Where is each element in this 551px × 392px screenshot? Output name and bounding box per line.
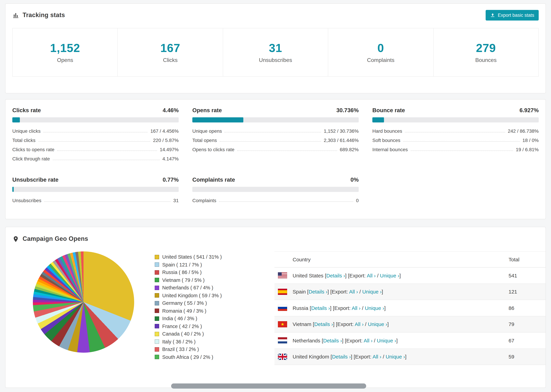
export-all-link[interactable]: All ›: [355, 321, 364, 327]
legend-item: Italy ( 36 / 2% ): [155, 339, 245, 344]
geo-opens-card: Campaign Geo Opens United States ( 541 /…: [5, 227, 546, 388]
export-unique-link[interactable]: Unique ›: [377, 338, 396, 343]
country-cell: Vietnam [Details ›] [Export: All › / Uni…: [293, 321, 389, 327]
export-unique-link[interactable]: Unique ›: [362, 289, 381, 295]
details-link[interactable]: Details ›: [314, 321, 333, 327]
export-icon: [490, 13, 495, 18]
details-link[interactable]: Details ›: [309, 289, 327, 295]
stat-row: Unique clicks167 / 4.456%: [12, 126, 179, 136]
bar-chart-icon: [12, 12, 19, 19]
export-all-link[interactable]: All ›: [352, 305, 360, 311]
legend-label: Romania ( 49 / 3% ): [162, 308, 206, 314]
legend-item: United States ( 541 / 31% ): [155, 254, 245, 260]
stat-row: Complaints0: [192, 196, 359, 205]
details-link[interactable]: Details ›: [326, 273, 345, 279]
stat-row-value: 18 / 0%: [523, 138, 539, 143]
tracking-stats-card: Tracking stats Export basic stats 1,152 …: [5, 3, 546, 93]
stat-row-label: Unique opens: [192, 128, 222, 134]
export-basic-stats-button[interactable]: Export basic stats: [486, 10, 539, 21]
legend-swatch: [155, 255, 159, 259]
bounces-label: Bounces: [475, 57, 497, 63]
stat-row: Opens to clicks rate689.82%: [192, 145, 359, 154]
map-pin-icon: [12, 236, 19, 242]
opens-rate-value: 30.736%: [336, 107, 359, 113]
stat-row: Unique opens1,152 / 30.736%: [192, 126, 359, 136]
stat-row-label: Total clicks: [12, 138, 35, 143]
legend-item: Romania ( 49 / 3% ): [155, 308, 245, 314]
legend-label: Netherlands ( 67 / 4% ): [162, 285, 213, 290]
stat-row-value: 167 / 4.456%: [150, 128, 179, 134]
total-value: 121: [509, 289, 545, 295]
stat-row-value: 19 / 6.81%: [516, 147, 539, 152]
table-row: Vietnam [Details ›] [Export: All › / Uni…: [275, 316, 545, 332]
clicks-label: Clicks: [163, 57, 178, 63]
stat-row-label: Click through rate: [12, 156, 50, 161]
country-name: Russia: [293, 305, 308, 311]
export-all-link[interactable]: All ›: [349, 289, 358, 295]
country-name: Netherlands: [293, 338, 320, 343]
legend-swatch: [155, 301, 159, 305]
total-value: 79: [509, 321, 545, 327]
table-header-row: Country Total: [275, 252, 545, 267]
table-row: Germany [Details ›] [Export: All › / Uni…: [275, 365, 545, 367]
bounce-rate-title: Bounce rate: [372, 107, 405, 113]
stat-box-clicks: 167 Clicks: [118, 28, 223, 77]
rates-card: Clicks rate 4.46% Unique clicks167 / 4.4…: [5, 99, 546, 219]
export-all-link[interactable]: All ›: [373, 354, 381, 360]
pie-legend: United States ( 541 / 31% ) Spain ( 121 …: [155, 254, 245, 362]
export-unique-link[interactable]: Unique ›: [365, 305, 384, 311]
legend-swatch: [155, 324, 159, 328]
complaints-rate-progressbar: [192, 187, 359, 192]
country-flag-icon: [278, 305, 287, 311]
total-value: 67: [509, 338, 545, 343]
stat-row-value: 689.82%: [340, 147, 359, 152]
geo-opens-header: Campaign Geo Opens: [6, 235, 545, 243]
export-unique-link[interactable]: Unique ›: [380, 273, 399, 279]
stat-row-label: Complaints: [192, 198, 216, 203]
bounce-rate-progressbar: [372, 117, 539, 122]
stat-box-complaints: 0 Complaints: [328, 28, 433, 77]
stat-row-value: 242 / 86.738%: [508, 128, 539, 134]
legend-item: France ( 42 / 2% ): [155, 323, 245, 329]
legend-label: India ( 46 / 3% ): [162, 316, 197, 321]
bounce-rate-value: 6.927%: [520, 107, 539, 113]
country-flag-icon: [278, 337, 287, 343]
details-link[interactable]: Details ›: [332, 354, 351, 360]
complaints-label: Complaints: [367, 57, 395, 63]
country-name: United States: [293, 273, 323, 279]
dotted-leader: [403, 141, 520, 142]
country-name: Spain: [293, 289, 306, 295]
bounces-count: 279: [476, 41, 496, 55]
details-link[interactable]: Details ›: [311, 305, 330, 311]
country-cell: Spain [Details ›] [Export: All › / Uniqu…: [293, 289, 383, 295]
stat-row: Soft bounces18 / 0%: [372, 136, 539, 145]
country-name: Vietnam: [293, 321, 311, 327]
horizontal-scrollbar-thumb[interactable]: [171, 384, 366, 389]
total-value: 86: [509, 305, 545, 311]
stat-row-value: 1,152 / 30.736%: [324, 128, 359, 134]
export-unique-link[interactable]: Unique ›: [386, 354, 405, 360]
legend-label: Russia ( 86 / 5% ): [162, 270, 202, 275]
stat-row-label: Internal bounces: [372, 147, 408, 152]
export-unique-link[interactable]: Unique ›: [368, 321, 387, 327]
dotted-leader: [38, 141, 150, 142]
unsubscribe-rate-value: 0.77%: [162, 176, 179, 183]
legend-label: Brazil ( 33 / 2% ): [162, 347, 199, 352]
page-title: Tracking stats: [23, 12, 65, 19]
export-all-link[interactable]: All ›: [364, 338, 373, 343]
details-link[interactable]: Details ›: [323, 338, 342, 343]
legend-item: Netherlands ( 67 / 4% ): [155, 285, 245, 290]
country-cell: Russia [Details ›] [Export: All › / Uniq…: [293, 305, 386, 311]
legend-label: France ( 42 / 2% ): [162, 323, 202, 329]
legend-swatch: [155, 286, 159, 290]
geo-opens-title: Campaign Geo Opens: [23, 235, 88, 243]
legend-swatch: [155, 278, 159, 282]
stat-row-label: Unsubscribes: [12, 198, 42, 203]
stat-row-value: 4.147%: [162, 156, 179, 161]
export-all-link[interactable]: All ›: [367, 273, 376, 279]
legend-label: Italy ( 36 / 2% ): [162, 339, 196, 344]
clicks-rate-value: 4.46%: [162, 107, 179, 113]
dotted-leader: [44, 202, 171, 202]
complaints-rate-value: 0%: [350, 176, 359, 183]
unsubscribe-rate-progress-fill: [12, 187, 14, 192]
